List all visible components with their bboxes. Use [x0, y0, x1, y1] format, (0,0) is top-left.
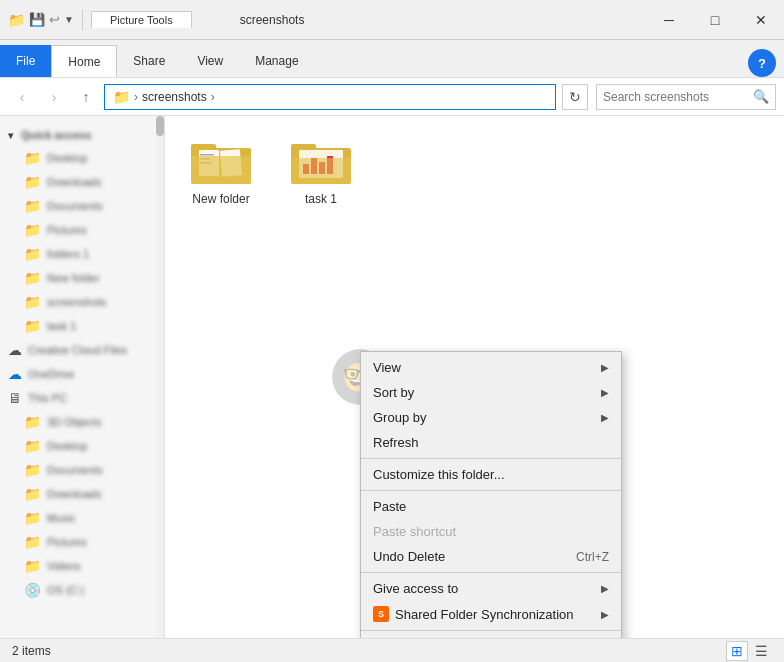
close-button[interactable]: ✕: [738, 0, 784, 40]
quick-access-arrow: ▾: [8, 130, 13, 141]
maximize-button[interactable]: □: [692, 0, 738, 40]
folder-icon: 📁: [24, 414, 41, 430]
menu-item-group-by[interactable]: Group by ▶: [361, 405, 621, 430]
menu-item-shared-content: S Shared Folder Synchronization: [373, 606, 574, 622]
folder-item-task1[interactable]: task 1: [281, 132, 361, 210]
sidebar-item-downloads[interactable]: 📁 Downloads: [0, 170, 164, 194]
sidebar-quick-access[interactable]: ▾ Quick access: [0, 124, 164, 146]
menu-arrow-group: ▶: [601, 412, 609, 423]
menu-item-new[interactable]: New ▶: [361, 634, 621, 638]
sidebar-item-documents[interactable]: 📁 Documents: [0, 194, 164, 218]
folder-icon: 📁: [24, 486, 41, 502]
menu-separator-3: [361, 572, 621, 573]
folder-icon: 📁: [24, 558, 41, 574]
window-title: screenshots: [240, 13, 305, 27]
menu-label-shared-folder-sync: Shared Folder Synchronization: [395, 607, 574, 622]
sidebar-item-pictures[interactable]: 📁 Pictures: [0, 218, 164, 242]
cloud-icon: ☁: [8, 342, 22, 358]
sidebar-item-videos[interactable]: 📁 Videos: [0, 554, 164, 578]
search-input[interactable]: [603, 90, 753, 104]
menu-item-undo-delete[interactable]: Undo Delete Ctrl+Z: [361, 544, 621, 569]
sidebar-item-music[interactable]: 📁 Music: [0, 506, 164, 530]
window-controls: ─ □ ✕: [646, 0, 784, 40]
folder-icon: 📁: [24, 318, 41, 334]
sidebar-item-folders1[interactable]: 📁 folders 1: [0, 242, 164, 266]
sidebar-item-3d[interactable]: 📁 3D Objects: [0, 410, 164, 434]
minimize-button[interactable]: ─: [646, 0, 692, 40]
folder-icon-address: 📁: [113, 89, 130, 105]
back-button[interactable]: ‹: [8, 83, 36, 111]
folder-item-new-folder[interactable]: New folder: [181, 132, 261, 210]
folder-icon: 📁: [24, 150, 41, 166]
sidebar-item-pictures2[interactable]: 📁 Pictures: [0, 530, 164, 554]
address-box[interactable]: 📁 › screenshots ›: [104, 84, 556, 110]
sidebar-item-screenshots[interactable]: 📁 screenshots: [0, 290, 164, 314]
sidebar-item-downloads2[interactable]: 📁 Downloads: [0, 482, 164, 506]
tab-home[interactable]: Home: [51, 45, 117, 77]
sidebar-item-osdrive[interactable]: 💿 OS (C:): [0, 578, 164, 602]
title-bar-left: 📁 💾 ↩ ▼: [0, 10, 87, 30]
sidebar-item-thispc[interactable]: 🖥 This PC: [0, 386, 164, 410]
svg-rect-15: [291, 158, 351, 184]
svg-rect-7: [191, 156, 251, 184]
menu-label-give-access: Give access to: [373, 581, 458, 596]
menu-item-paste-shortcut[interactable]: Paste shortcut: [361, 519, 621, 544]
forward-button[interactable]: ›: [40, 83, 68, 111]
sidebar: ▾ Quick access 📁 Desktop 📁 Downloads 📁 D…: [0, 116, 165, 638]
sidebar-item-documents2[interactable]: 📁 Documents: [0, 458, 164, 482]
up-button[interactable]: ↑: [72, 83, 100, 111]
picture-tools-badge: Picture Tools: [91, 11, 192, 28]
refresh-button[interactable]: ↻: [562, 84, 588, 110]
tab-manage[interactable]: Manage: [239, 45, 314, 77]
menu-item-give-access[interactable]: Give access to ▶: [361, 576, 621, 601]
menu-item-sort-by[interactable]: Sort by ▶: [361, 380, 621, 405]
drive-icon: 💿: [24, 582, 41, 598]
sidebar-scroll-thumb[interactable]: [156, 116, 164, 136]
search-box[interactable]: 🔍: [596, 84, 776, 110]
menu-label-group-by: Group by: [373, 410, 426, 425]
menu-arrow-access: ▶: [601, 583, 609, 594]
folder-thumbnail-task1: [289, 136, 353, 188]
sidebar-scrollbar[interactable]: [156, 116, 164, 638]
menu-label-sort-by: Sort by: [373, 385, 414, 400]
folder-icon: 📁: [24, 270, 41, 286]
menu-label-undo-delete: Undo Delete: [373, 549, 445, 564]
tab-share[interactable]: Share: [117, 45, 181, 77]
folder-icon: 📁: [24, 198, 41, 214]
folder-grid: New folder task 1: [181, 132, 768, 210]
sidebar-item-task1[interactable]: 📁 task 1: [0, 314, 164, 338]
menu-item-view[interactable]: View ▶: [361, 355, 621, 380]
list-view-button[interactable]: ☰: [750, 641, 772, 661]
tab-file[interactable]: File: [0, 45, 51, 77]
folder-icon: 📁: [24, 294, 41, 310]
main-area: ▾ Quick access 📁 Desktop 📁 Downloads 📁 D…: [0, 116, 784, 638]
sidebar-item-desktop[interactable]: 📁 Desktop: [0, 146, 164, 170]
menu-item-customize[interactable]: Customize this folder...: [361, 462, 621, 487]
menu-label-paste: Paste: [373, 499, 406, 514]
pc-icon: 🖥: [8, 390, 22, 406]
menu-separator-4: [361, 630, 621, 631]
grid-view-button[interactable]: ⊞: [726, 641, 748, 661]
menu-shortcut-undo: Ctrl+Z: [576, 550, 609, 564]
help-icon[interactable]: ?: [748, 49, 776, 77]
svg-rect-4: [200, 154, 214, 156]
menu-item-shared-folder-sync[interactable]: S Shared Folder Synchronization ▶: [361, 601, 621, 627]
menu-separator-2: [361, 490, 621, 491]
folder-icon: 📁: [24, 246, 41, 262]
menu-item-paste[interactable]: Paste: [361, 494, 621, 519]
breadcrumb-arrow: ›: [134, 90, 138, 104]
menu-item-refresh[interactable]: Refresh: [361, 430, 621, 455]
menu-arrow-sort: ▶: [601, 387, 609, 398]
view-toggle: ⊞ ☰: [726, 641, 772, 661]
item-count: 2 items: [12, 644, 51, 658]
address-bar: ‹ › ↑ 📁 › screenshots › ↻ 🔍: [0, 78, 784, 116]
sidebar-item-desktop2[interactable]: 📁 Desktop: [0, 434, 164, 458]
folder-icon: 📁: [24, 534, 41, 550]
sidebar-item-creative-cloud[interactable]: ☁ Creative Cloud Files: [0, 338, 164, 362]
sidebar-item-new-folder[interactable]: 📁 New folder: [0, 266, 164, 290]
dropdown-arrow[interactable]: ▼: [64, 14, 74, 25]
folder-label-task1: task 1: [305, 192, 337, 206]
sidebar-item-onedrive[interactable]: ☁ OneDrive: [0, 362, 164, 386]
search-icon: 🔍: [753, 89, 769, 104]
tab-view[interactable]: View: [181, 45, 239, 77]
